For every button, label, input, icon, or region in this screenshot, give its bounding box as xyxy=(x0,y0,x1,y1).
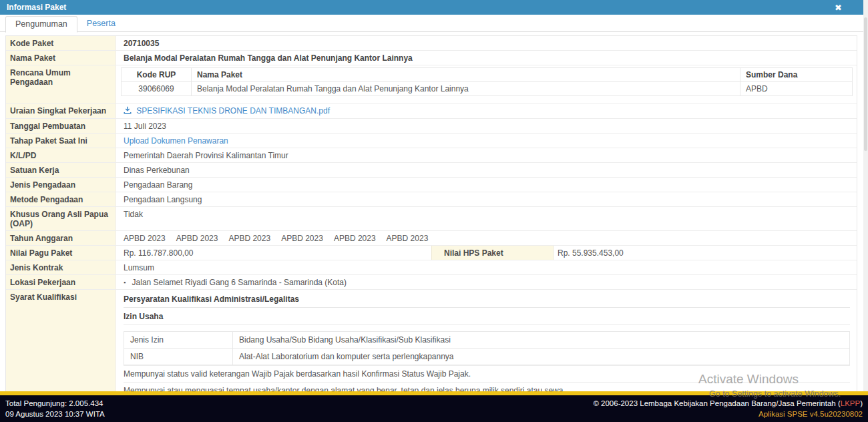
value-klpd: Pemerintah Daerah Provinsi Kalimantan Ti… xyxy=(116,148,857,162)
row-tanggal: Tanggal Pembuatan 11 Juli 2023 xyxy=(6,119,857,134)
spec-pdf-link[interactable]: SPESIFIKASI TEKNIS DRONE DAN TIMBANGAN.p… xyxy=(136,106,330,116)
izin-nib-label: NIB xyxy=(124,349,233,365)
scrollbar-thumb[interactable] xyxy=(864,17,867,151)
value-kode-paket: 20710035 xyxy=(116,36,857,50)
close-icon[interactable]: ✖ xyxy=(835,3,842,13)
activate-windows-subtext: Go to Settings to activate Windows. xyxy=(709,389,841,399)
package-info-table: Kode Paket 20710035 Nama Paket Belanja M… xyxy=(5,35,857,422)
rup-kode-value: 39066069 xyxy=(122,82,192,96)
value-oap: Tidak xyxy=(116,207,857,230)
label-jenis-kontrak: Jenis Kontrak xyxy=(6,260,116,274)
row-tahap: Tahap Paket Saat Ini Upload Dokumen Pena… xyxy=(6,134,857,148)
label-nilai-hps: Nilai HPS Paket xyxy=(431,246,554,260)
izin-jenis-label: Jenis Izin xyxy=(124,332,233,349)
row-uraian: Uraian Singkat Pekerjaan SPESIFIKASI TEK… xyxy=(6,103,857,119)
copyright-suffix: ) xyxy=(860,399,863,407)
list-item: APBD 2023 xyxy=(334,234,376,243)
visitor-count: Total Pengunjung: 2.005.434 xyxy=(5,398,105,409)
tab-bar: Pengumuman Peserta xyxy=(0,16,863,32)
label-lokasi: Lokasi Pekerjaan xyxy=(6,275,116,289)
tab-peserta[interactable]: Peserta xyxy=(77,16,125,32)
row-satuan-kerja: Satuan Kerja Dinas Perkebunan xyxy=(6,163,857,178)
value-satuan-kerja: Dinas Perkebunan xyxy=(116,163,857,177)
label-tahap: Tahap Paket Saat Ini xyxy=(6,134,116,148)
izin-row-nib: NIB Alat-Alat Laboratorium dan komputer … xyxy=(124,349,850,365)
footer-datetime: 09 Agustus 2023 10:37 WITA xyxy=(5,409,105,419)
download-icon xyxy=(124,106,132,116)
izin-jenis-value: Bidang Usaha/Sub Bidang Usaha/Klasifikas… xyxy=(233,332,850,349)
rup-table: Kode RUP Nama Paket Sumber Dana 39066069… xyxy=(121,67,853,96)
activate-windows-watermark: Activate Windows xyxy=(698,372,799,387)
row-nilai-pagu: Nilai Pagu Paket Rp. 116.787.800,00 Nila… xyxy=(6,246,857,260)
rup-header-sumber: Sumber Dana xyxy=(740,68,853,82)
rup-nama-value: Belanja Modal Peralatan Rumah Tangga dan… xyxy=(192,82,740,96)
scrollbar[interactable] xyxy=(863,0,868,391)
rup-data-row: 39066069 Belanja Modal Peralatan Rumah T… xyxy=(122,82,853,96)
value-lokasi: ▪ Jalan Selamet Riyadi Gang 6 Samarinda … xyxy=(116,275,857,289)
label-jenis-pengadaan: Jenis Pengadaan xyxy=(6,178,116,192)
label-klpd: K/L/PD xyxy=(6,148,116,162)
informasi-paket-modal: Informasi Paket ✖ Pengumuman Peserta Kod… xyxy=(0,0,868,422)
lkpp-link[interactable]: LKPP xyxy=(841,399,860,407)
app-version: Aplikasi SPSE v4.5u20230802 xyxy=(593,409,863,419)
value-jenis-kontrak: Lumsum xyxy=(116,260,857,274)
label-tahun-anggaran: Tahun Anggaran xyxy=(6,231,116,245)
tahap-link[interactable]: Upload Dokumen Penawaran xyxy=(124,136,228,146)
label-tanggal: Tanggal Pembuatan xyxy=(6,119,116,133)
izin-usaha-heading: Izin Usaha xyxy=(124,308,850,325)
label-metode-pengadaan: Metode Pengadaan xyxy=(6,192,116,206)
row-metode-pengadaan: Metode Pengadaan Pengadaan Langsung xyxy=(6,192,857,207)
rup-header-kode: Kode RUP xyxy=(122,68,192,82)
tab-pengumuman[interactable]: Pengumuman xyxy=(5,16,77,33)
syarat-heading: Persyaratan Kualifikasi Administrasi/Leg… xyxy=(124,293,850,308)
label-rup: Rencana Umum Pengadaan xyxy=(6,65,116,103)
value-metode-pengadaan: Pengadaan Langsung xyxy=(116,192,857,206)
bullet-icon: ▪ xyxy=(124,279,126,286)
copyright-text: © 2006-2023 Lembaga Kebijakan Pengadaan … xyxy=(593,399,840,407)
modal-title: Informasi Paket xyxy=(7,3,66,12)
list-item: APBD 2023 xyxy=(387,234,429,243)
row-lokasi: Lokasi Pekerjaan ▪ Jalan Selamet Riyadi … xyxy=(6,275,857,290)
footer: Total Pengunjung: 2.005.434 09 Agustus 2… xyxy=(0,395,868,422)
izin-row-jenis: Jenis Izin Bidang Usaha/Sub Bidang Usaha… xyxy=(124,332,850,349)
rup-sumber-value: APBD xyxy=(740,82,853,96)
value-jenis-pengadaan: Pengadaan Barang xyxy=(116,178,857,192)
row-tahun-anggaran: Tahun Anggaran APBD 2023APBD 2023APBD 20… xyxy=(6,231,857,246)
copyright-line: © 2006-2023 Lembaga Kebijakan Pengadaan … xyxy=(593,398,863,409)
label-nama-paket: Nama Paket xyxy=(6,51,116,65)
value-nama-paket: Belanja Modal Peralatan Rumah Tangga dan… xyxy=(116,51,857,65)
izin-nib-value: Alat-Alat Laboratorium dan komputer sert… xyxy=(233,349,850,365)
value-nilai-pagu: Rp. 116.787.800,00 xyxy=(116,246,431,260)
value-nilai-hps: Rp. 55.935.453,00 xyxy=(554,246,857,260)
lokasi-text: Jalan Selamet Riyadi Gang 6 Samarinda - … xyxy=(132,278,347,287)
row-oap: Khusus Orang Asli Papua (OAP) Tidak xyxy=(6,207,857,231)
row-jenis-kontrak: Jenis Kontrak Lumsum xyxy=(6,260,857,275)
list-item: APBD 2023 xyxy=(228,234,270,243)
list-item: APBD 2023 xyxy=(124,234,166,243)
row-kode-paket: Kode Paket 20710035 xyxy=(6,36,857,51)
row-rup: Rencana Umum Pengadaan Kode RUP Nama Pak… xyxy=(6,65,857,103)
value-tahun-anggaran: APBD 2023APBD 2023APBD 2023APBD 2023APBD… xyxy=(116,231,857,245)
modal-header: Informasi Paket ✖ xyxy=(0,0,863,15)
rup-header-nama: Nama Paket xyxy=(192,68,740,82)
row-klpd: K/L/PD Pemerintah Daerah Provinsi Kalima… xyxy=(6,148,857,163)
value-tanggal: 11 Juli 2023 xyxy=(116,119,857,133)
label-oap: Khusus Orang Asli Papua (OAP) xyxy=(6,207,116,230)
rup-header-row: Kode RUP Nama Paket Sumber Dana xyxy=(122,68,853,82)
izin-usaha-table: Jenis Izin Bidang Usaha/Sub Bidang Usaha… xyxy=(124,331,850,365)
label-kode-paket: Kode Paket xyxy=(6,36,116,50)
list-item: APBD 2023 xyxy=(281,234,323,243)
label-satuan-kerja: Satuan Kerja xyxy=(6,163,116,177)
label-nilai-pagu: Nilai Pagu Paket xyxy=(6,246,116,260)
list-item: APBD 2023 xyxy=(176,234,218,243)
row-jenis-pengadaan: Jenis Pengadaan Pengadaan Barang xyxy=(6,178,857,192)
label-uraian: Uraian Singkat Pekerjaan xyxy=(6,103,116,118)
row-nama-paket: Nama Paket Belanja Modal Peralatan Rumah… xyxy=(6,51,857,65)
